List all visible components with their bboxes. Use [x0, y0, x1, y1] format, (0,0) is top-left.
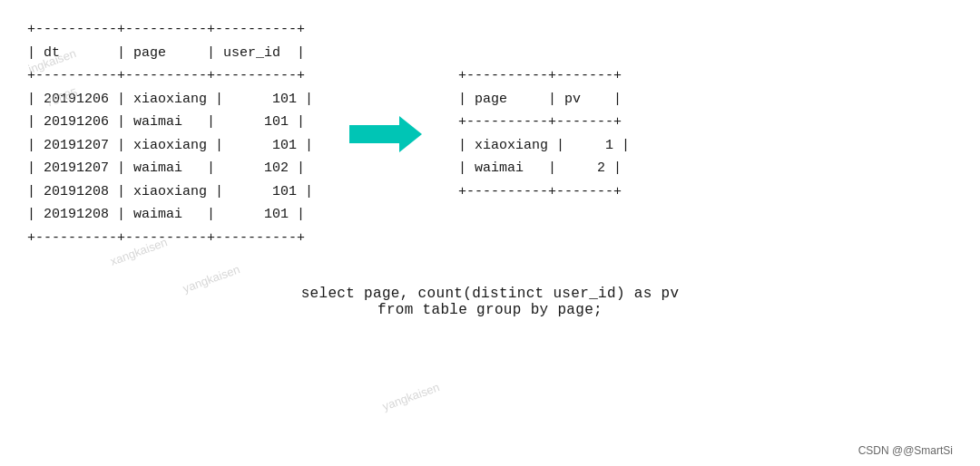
sql-line-1: select page, count(distinct user_id) as …	[301, 286, 680, 302]
svg-marker-0	[349, 116, 422, 152]
watermark-5: yangkaisen	[380, 380, 441, 413]
arrow-container	[340, 116, 431, 152]
right-arrow-icon	[349, 116, 422, 152]
footer-text: CSDN @@SmartSi	[858, 444, 953, 457]
tables-row: +----------+----------+----------+ | dt …	[27, 18, 953, 249]
main-container: ingkaisen 75685 xangkaisen yangkaisen ya…	[0, 0, 980, 466]
sql-line-2: from table group by page;	[377, 302, 603, 318]
sql-section: select page, count(distinct user_id) as …	[27, 286, 953, 318]
right-table-content: +----------+-------+ | page | pv | +----…	[458, 64, 630, 203]
right-table: +----------+-------+ | page | pv | +----…	[458, 64, 630, 203]
left-table-content: +----------+----------+----------+ | dt …	[27, 18, 313, 249]
left-table: +----------+----------+----------+ | dt …	[27, 18, 313, 249]
